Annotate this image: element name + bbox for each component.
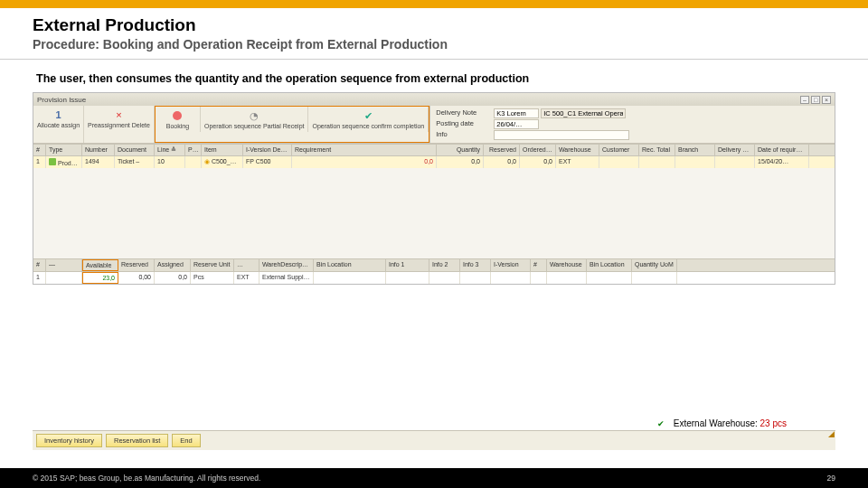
col-date-req[interactable]: Date of requireme: [755, 145, 809, 155]
col2-blank[interactable]: —: [46, 259, 82, 271]
col-branch[interactable]: Branch: [675, 145, 715, 155]
app-window: Provision Issue – □ × 1 Allocate assign …: [33, 92, 835, 285]
highlighted-toolbar-group: Booking Operation sequence Partial Recei…: [155, 106, 429, 143]
col2-bin2[interactable]: Bin Location: [587, 259, 632, 271]
col-iver-desc[interactable]: I-Version Description: [243, 145, 292, 155]
cell-rec-total: [639, 156, 675, 168]
cell-desc: FP C500: [243, 156, 292, 168]
allocate-label: Allocate assign: [37, 122, 80, 129]
slide-header: External Production Procedure: Booking a…: [0, 8, 868, 60]
minimize-icon[interactable]: –: [800, 96, 809, 104]
op-seq-confirm-completion-button[interactable]: Operation sequence confirm completion: [308, 107, 429, 132]
window-titlebar[interactable]: Provision Issue – □ ×: [33, 93, 835, 106]
op-seq-partial-receipt-button[interactable]: Operation sequence Partial Receipt: [201, 107, 309, 132]
col2-dots[interactable]: …: [234, 259, 259, 271]
col-item[interactable]: Item: [202, 145, 243, 155]
inventory-history-button[interactable]: Inventory history: [36, 434, 102, 447]
col2-reserve-unit[interactable]: Reserve Unit: [191, 259, 234, 271]
col-reserved[interactable]: Reserved: [484, 145, 520, 155]
check-icon: ✔: [657, 419, 665, 428]
col-type[interactable]: Type: [46, 145, 82, 155]
partial-receipt-icon: [248, 109, 260, 122]
col-line[interactable]: Line ≙: [155, 145, 185, 155]
col2-wh-desc[interactable]: WarehDescription: [259, 259, 314, 271]
grid1-header: # Type Number Document Line ≙ Position I…: [33, 144, 835, 156]
col2-warehouse[interactable]: Warehouse: [547, 259, 587, 271]
col2-info1[interactable]: Info 1: [386, 259, 429, 271]
col2-idx[interactable]: #: [33, 259, 46, 271]
cell2-bin2: [587, 272, 632, 284]
col-number[interactable]: Number: [82, 145, 115, 155]
reservation-list-button[interactable]: Reservation list: [106, 434, 168, 447]
col-delivery-date[interactable]: Delivery Date: [715, 145, 755, 155]
preassign-label: Preassignment Delete: [88, 122, 150, 129]
production-row-icon: [49, 158, 56, 165]
delete-x-icon: ×: [113, 108, 126, 121]
partial-label: Operation sequence Partial Receipt: [204, 123, 305, 130]
col2-idx2[interactable]: #: [531, 259, 547, 271]
col2-info2[interactable]: Info 2: [429, 259, 460, 271]
allocate-assign-button[interactable]: 1 Allocate assign: [33, 106, 84, 143]
cell2-iversion: [491, 272, 531, 284]
info-input[interactable]: [494, 130, 629, 140]
col-idx[interactable]: #: [33, 145, 46, 155]
col2-qty-uom[interactable]: Quantity UoM: [632, 259, 677, 271]
col2-available[interactable]: Available: [82, 259, 118, 271]
slide-body-text: The user, then consumes the quantity and…: [0, 60, 868, 90]
maximize-icon[interactable]: □: [811, 96, 820, 104]
cell2-info2: [429, 272, 460, 284]
col-ordered-uom[interactable]: Ordered UoM: [520, 145, 556, 155]
booking-button[interactable]: Booking: [156, 107, 201, 132]
cell-idx: 1: [33, 156, 46, 168]
col-rec-total[interactable]: Rec. Total: [639, 145, 675, 155]
cell-position: [185, 156, 202, 168]
cell2-idx2: [531, 272, 547, 284]
delivery-note-readonly: [541, 108, 626, 118]
col2-iversion[interactable]: I-Version: [491, 259, 531, 271]
col2-info3[interactable]: Info 3: [460, 259, 491, 271]
col-customer[interactable]: Customer: [599, 145, 639, 155]
grid2-row[interactable]: 1 23,0 0,00 0,0 Pcs EXT External Supplie…: [33, 272, 835, 284]
allocate-icon: 1: [52, 108, 65, 121]
cell-number: 1494: [82, 156, 115, 168]
slide-footer: © 2015 SAP; beas Group, be.as Manufactur…: [0, 468, 868, 488]
booking-icon: [171, 109, 184, 122]
item-link-icon[interactable]: ◉: [204, 158, 210, 164]
col2-assigned[interactable]: Assigned: [155, 259, 191, 271]
end-button[interactable]: End: [172, 434, 200, 447]
col-quantity[interactable]: Quantity: [437, 145, 484, 155]
brand-accent-bar: [0, 0, 868, 8]
slide-subtitle: Procedure: Booking and Operation Receipt…: [33, 37, 835, 52]
cell2-bin: [314, 272, 386, 284]
delivery-note-input[interactable]: [494, 108, 539, 118]
grid1-row[interactable]: 1 Production 1494 Ticket – 10 ◉ C500_FP0…: [33, 156, 835, 168]
col2-reserved[interactable]: Reserved: [118, 259, 155, 271]
col-warehouse[interactable]: Warehouse: [556, 145, 599, 155]
col-document[interactable]: Document: [115, 145, 155, 155]
booking-label: Booking: [166, 123, 189, 130]
col-requirement[interactable]: Requirement: [292, 145, 437, 155]
footer-copyright: © 2015 SAP; beas Group, be.as Manufactur…: [33, 474, 260, 483]
cell2-available: 23,0: [82, 272, 118, 284]
cell-warehouse: EXT: [556, 156, 599, 168]
col-position[interactable]: Position: [185, 145, 202, 155]
cell-ordered-uom: 0,0: [520, 156, 556, 168]
delivery-note-label: Delivery Note: [436, 108, 490, 118]
cell2-blank: [46, 272, 82, 284]
window-title: Provision Issue: [37, 96, 798, 104]
callout-label: External Warehouse:: [674, 418, 758, 428]
info-label: Info: [436, 130, 490, 140]
cell-line: 10: [155, 156, 185, 168]
grid2-header: # — Available Reserved Assigned Reserve …: [33, 258, 835, 272]
cell2-assigned: 0,0: [155, 272, 191, 284]
posting-date-input[interactable]: [494, 119, 539, 129]
close-icon[interactable]: ×: [822, 96, 831, 104]
resize-grip-icon[interactable]: ◢: [828, 429, 835, 438]
cell-document: Ticket –: [115, 156, 155, 168]
cell-branch: [675, 156, 715, 168]
col2-bin[interactable]: Bin Location: [314, 259, 386, 271]
cell-date-req: 15/04/20…: [755, 156, 809, 168]
cell-quantity: 0,0: [437, 156, 484, 168]
cell2-info3: [460, 272, 491, 284]
preassignment-delete-button[interactable]: × Preassignment Delete: [84, 106, 155, 143]
